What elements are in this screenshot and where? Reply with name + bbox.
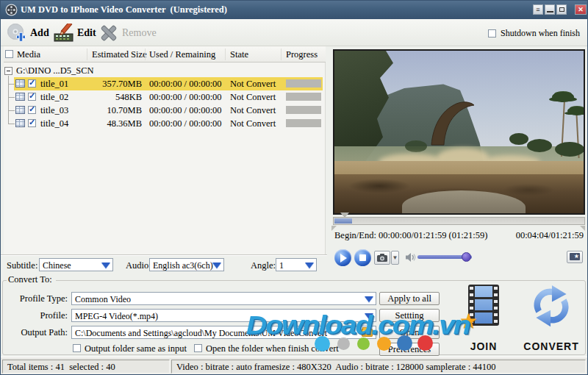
column-size[interactable]: Estimated Size bbox=[92, 49, 147, 60]
window-star-icon: ★ bbox=[570, 253, 580, 260]
preview-window-button[interactable]: ★ bbox=[567, 251, 583, 263]
join-button[interactable]: ★ JOIN bbox=[454, 283, 513, 354]
media-row-title-01[interactable]: title_01 357.70MB 00:00:00 / 00:00:00 No… bbox=[4, 77, 326, 90]
chevron-down-icon bbox=[305, 262, 314, 268]
subtitle-select[interactable]: Chinese bbox=[39, 258, 113, 271]
column-state[interactable]: State bbox=[230, 49, 248, 60]
speaker-icon[interactable] bbox=[405, 252, 416, 262]
app-window: UM DVD to IPhone Video Converter (Unregi… bbox=[0, 0, 588, 375]
media-row-title-03[interactable]: title_03 10.70MB 00:00:00 / 00:00:00 Not… bbox=[4, 104, 326, 117]
row-checkbox[interactable] bbox=[28, 79, 36, 88]
row-name: title_01 bbox=[40, 79, 68, 90]
subtitle-value: Chinese bbox=[43, 260, 71, 271]
output-same-as-input-checkbox[interactable] bbox=[73, 344, 81, 352]
media-list: Media Estimated Size Used / Remaining St… bbox=[4, 46, 326, 254]
add-button[interactable]: Add bbox=[7, 21, 49, 44]
seek-progress bbox=[334, 218, 352, 224]
row-progress-bar bbox=[286, 93, 321, 101]
disc-plus-icon bbox=[7, 23, 26, 43]
output-path-field[interactable]: C:\Documents and Settings\agcloud\My Doc… bbox=[71, 326, 376, 339]
profile-type-value: Common Video bbox=[75, 294, 131, 304]
snapshot-dropdown-button[interactable]: ▼ bbox=[391, 251, 399, 265]
media-row-title-04[interactable]: title_04 48.36MB 00:00:00 / 00:00:00 Not… bbox=[4, 117, 326, 130]
open-button[interactable]: Open bbox=[379, 326, 440, 339]
volume-slider[interactable] bbox=[417, 255, 472, 259]
status-items: Total items : 41 selected : 40 bbox=[2, 360, 170, 374]
row-size: 548KB bbox=[77, 92, 142, 103]
profile-value: MPEG-4 Video(*.mp4) bbox=[75, 311, 158, 321]
row-name: title_02 bbox=[40, 92, 68, 103]
edit-button[interactable]: Edit bbox=[54, 21, 96, 44]
volume-thumb[interactable] bbox=[462, 252, 471, 262]
seek-position-marker[interactable] bbox=[340, 213, 349, 218]
browse-folder-icon[interactable] bbox=[362, 329, 373, 337]
chevron-down-icon bbox=[365, 313, 373, 319]
row-used: 00:00:00 / 00:00:00 bbox=[149, 79, 222, 90]
seek-bar[interactable] bbox=[333, 217, 585, 225]
shutdown-when-finish[interactable]: Shutdown when finish bbox=[488, 28, 580, 39]
column-used[interactable]: Used / Remaining bbox=[149, 49, 215, 60]
tree-root-row[interactable]: G:\DINO ...D5_SCN bbox=[4, 64, 326, 77]
sync-arrows-icon bbox=[528, 284, 574, 328]
row-used: 00:00:00 / 00:00:00 bbox=[149, 92, 222, 103]
stop-button[interactable] bbox=[354, 249, 371, 266]
angle-value: 1 bbox=[279, 260, 284, 271]
setting-button[interactable]: Settting bbox=[379, 309, 440, 322]
row-checkbox[interactable] bbox=[28, 93, 36, 101]
row-progress-bar bbox=[286, 106, 321, 114]
row-size: 10.70MB bbox=[77, 105, 142, 116]
remove-button: Remove bbox=[99, 21, 157, 44]
row-used: 00:00:00 / 00:00:00 bbox=[149, 118, 222, 129]
shutdown-checkbox[interactable] bbox=[488, 29, 496, 38]
edit-pencil-icon bbox=[54, 24, 74, 43]
play-button[interactable] bbox=[334, 249, 351, 266]
column-progress[interactable]: Progress bbox=[286, 49, 318, 60]
video-preview-frame bbox=[333, 49, 585, 215]
maximize-button[interactable] bbox=[556, 4, 567, 15]
audio-label: Audio: bbox=[126, 260, 151, 271]
open-folder-when-finish-label: Open the folder when finish convert bbox=[206, 343, 339, 354]
window-menu-button[interactable]: ≡ bbox=[533, 4, 543, 15]
pterosaur-wing bbox=[424, 99, 476, 146]
close-button[interactable]: ✕ bbox=[575, 4, 587, 15]
output-path-value: C:\Documents and Settings\agcloud\My Doc… bbox=[75, 328, 327, 338]
output-path-label: Output Path: bbox=[3, 327, 68, 338]
current-position-time: 00:04:04/01:21:59 bbox=[516, 230, 584, 241]
select-all-checkbox[interactable] bbox=[5, 50, 13, 58]
begin-end-time: Begin/End: 00:00:00/01:21:59 (01:21:59) bbox=[334, 230, 487, 241]
profile-type-label: Profile Type: bbox=[3, 293, 68, 304]
row-checkbox[interactable] bbox=[28, 106, 36, 114]
angle-select[interactable]: 1 bbox=[276, 258, 317, 271]
column-media[interactable]: Media bbox=[17, 49, 40, 60]
row-size: 357.70MB bbox=[77, 79, 142, 90]
convert-to-group: Convert To: Profile Type: Common Video A… bbox=[2, 280, 586, 355]
open-folder-when-finish-checkbox[interactable] bbox=[194, 344, 202, 352]
row-checkbox[interactable] bbox=[28, 119, 36, 127]
time-readouts: Begin/End: 00:00:00/01:21:59 (01:21:59) … bbox=[333, 230, 585, 242]
shutdown-label: Shutdown when finish bbox=[501, 28, 580, 39]
snapshot-button[interactable] bbox=[374, 251, 390, 265]
title-grid-icon bbox=[15, 106, 25, 114]
profile-type-select[interactable]: Common Video bbox=[71, 292, 376, 305]
app-film-reel-icon bbox=[5, 4, 18, 16]
title-grid-icon bbox=[15, 79, 25, 88]
profile-label: Profile: bbox=[3, 310, 68, 321]
media-row-title-02[interactable]: title_02 548KB 00:00:00 / 00:00:00 Not C… bbox=[4, 90, 326, 104]
row-progress-bar bbox=[286, 79, 321, 88]
preferences-button[interactable]: Preferences bbox=[379, 343, 440, 356]
minimize-button[interactable] bbox=[545, 4, 555, 15]
tree-collapse-icon[interactable] bbox=[4, 67, 12, 75]
profile-select[interactable]: MPEG-4 Video(*.mp4) bbox=[71, 309, 376, 322]
status-bar: Total items : 41 selected : 40 Video : b… bbox=[1, 357, 588, 375]
chevron-down-icon bbox=[365, 296, 373, 302]
star-icon: ★ bbox=[459, 309, 478, 333]
audio-select[interactable]: English ac3(6ch) bbox=[149, 258, 224, 271]
apply-to-all-button[interactable]: Apply to all bbox=[379, 292, 440, 305]
angle-label: Angle: bbox=[251, 260, 276, 271]
row-used: 00:00:00 / 00:00:00 bbox=[149, 105, 222, 116]
tree-root-label: G:\DINO ...D5_SCN bbox=[16, 65, 94, 76]
edit-label: Edit bbox=[77, 27, 96, 39]
convert-button[interactable]: CONVERT bbox=[517, 283, 585, 354]
add-label: Add bbox=[30, 27, 49, 39]
audio-value: English ac3(6ch) bbox=[153, 260, 213, 271]
